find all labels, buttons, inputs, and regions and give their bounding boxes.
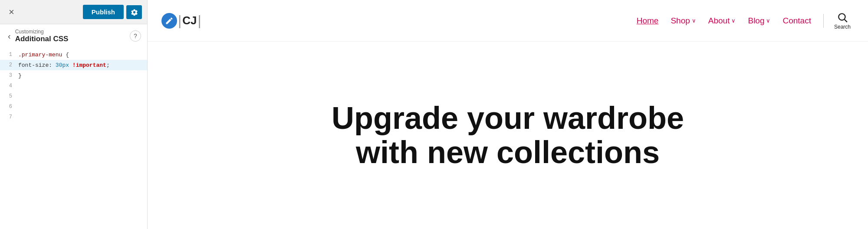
code-line-5: 5 — [0, 91, 147, 101]
nav-item-contact[interactable]: Contact — [777, 13, 816, 29]
close-icon: × — [9, 7, 14, 17]
customizer-panel: × Publish ‹ Customizing Additional CSS ?… — [0, 0, 148, 229]
customizer-toolbar: × Publish — [0, 0, 147, 24]
search-button[interactable]: Search — [831, 10, 854, 32]
code-line-2: 2 font-size: 30px !important; — [0, 60, 147, 70]
css-code-editor[interactable]: 1 .primary-menu { 2 font-size: 30px !imp… — [0, 45, 147, 229]
customizing-label: Customizing — [15, 29, 130, 35]
chevron-down-icon: ∨ — [731, 17, 736, 24]
logo-edit-icon — [161, 13, 177, 29]
code-line-4: 4 — [0, 81, 147, 91]
nav-item-about[interactable]: About ∨ — [703, 13, 741, 29]
chevron-down-icon: ∨ — [692, 17, 696, 24]
logo-text: CJ — [182, 14, 197, 27]
site-navigation: Home Shop ∨ About ∨ Blog ∨ Contact Searc… — [631, 10, 854, 32]
nav-item-blog[interactable]: Blog ∨ — [743, 13, 776, 29]
code-line-6: 6 — [0, 101, 147, 112]
back-icon: ‹ — [8, 31, 11, 41]
line-number: 7 — [3, 114, 12, 120]
nav-divider — [823, 14, 824, 28]
svg-point-0 — [838, 13, 845, 20]
line-number: 2 — [3, 62, 12, 68]
back-button[interactable]: ‹ — [6, 30, 13, 42]
line-content: font-size: 30px !important; — [18, 62, 110, 69]
help-button[interactable]: ? — [130, 30, 141, 42]
gear-icon — [131, 9, 138, 16]
publish-area: Publish — [83, 5, 142, 19]
code-line-1: 1 .primary-menu { — [0, 49, 147, 60]
breadcrumb-row: ‹ Customizing Additional CSS ? — [0, 24, 147, 45]
logo-pipe-right: | — [198, 13, 201, 29]
code-line-3: 3 } — [0, 70, 147, 81]
line-number: 5 — [3, 93, 12, 99]
publish-button[interactable]: Publish — [83, 5, 124, 19]
hero-heading: Upgrade your wardrobe with new collectio… — [312, 101, 703, 170]
hero-section: Upgrade your wardrobe with new collectio… — [148, 42, 868, 229]
search-icon — [837, 12, 848, 23]
line-number: 6 — [3, 104, 12, 110]
line-content: } — [18, 72, 22, 79]
chevron-down-icon: ∨ — [766, 17, 770, 24]
site-header: | CJ | Home Shop ∨ About ∨ Blog ∨ Contac… — [148, 0, 868, 42]
line-number: 1 — [3, 52, 12, 58]
search-label: Search — [834, 24, 851, 30]
nav-item-home[interactable]: Home — [631, 13, 664, 29]
line-content: .primary-menu { — [18, 52, 69, 58]
settings-button[interactable] — [126, 5, 142, 19]
help-icon: ? — [134, 33, 137, 39]
site-preview: | CJ | Home Shop ∨ About ∨ Blog ∨ Contac… — [148, 0, 868, 229]
line-number: 3 — [3, 72, 12, 79]
section-title: Additional CSS — [15, 35, 69, 43]
close-button[interactable]: × — [5, 6, 18, 19]
svg-line-1 — [845, 19, 847, 22]
logo-pipe-left: | — [178, 13, 181, 29]
breadcrumb-content: Customizing Additional CSS — [13, 29, 130, 43]
code-line-7: 7 — [0, 112, 147, 122]
nav-item-shop[interactable]: Shop ∨ — [665, 13, 701, 29]
line-number: 4 — [3, 83, 12, 89]
site-logo[interactable]: | CJ | — [161, 13, 202, 29]
